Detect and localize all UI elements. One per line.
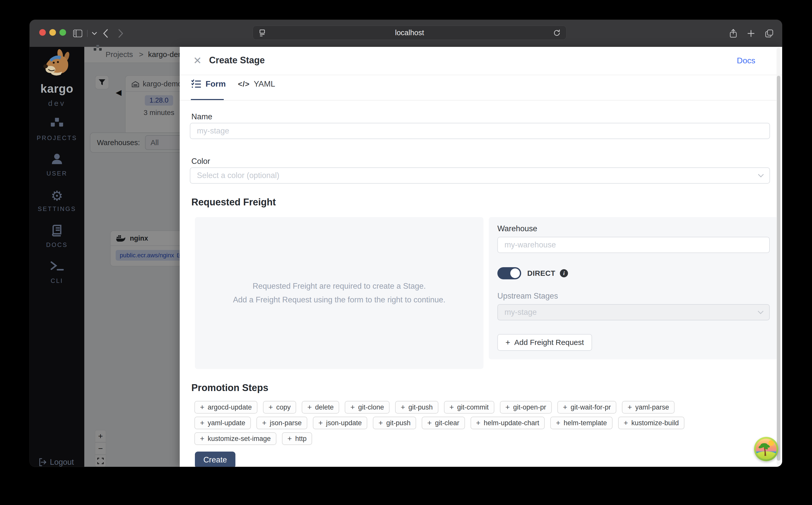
toggle-knob [510, 269, 520, 278]
modal-scrollbar[interactable] [777, 48, 781, 465]
direct-toggle[interactable] [497, 267, 521, 279]
modal-title: Create Stage [209, 55, 265, 65]
step-chip-json-update[interactable]: +json-update [313, 416, 367, 429]
plus-icon: + [200, 418, 205, 427]
step-chip-argocd-update[interactable]: +argocd-update [194, 401, 257, 413]
page-settings-icon[interactable] [258, 26, 266, 40]
step-chip-git-clear[interactable]: +git-clear [422, 416, 465, 429]
terminal-icon [30, 260, 84, 276]
tabs-divider [180, 100, 777, 101]
step-chip-kustomize-build[interactable]: +kustomize-build [618, 416, 685, 429]
sidebar-item-docs[interactable]: DOCS [30, 224, 84, 248]
tab-yaml[interactable]: </> YAML [238, 79, 275, 89]
step-chip-helm-template[interactable]: +helm-template [550, 416, 612, 429]
empty-line-2: Add a Freight Request using the form to … [233, 295, 445, 304]
promotion-steps-row-3: +kustomize-set-image +http [194, 432, 312, 445]
step-chip-git-push-2[interactable]: +git-push [373, 416, 416, 429]
plus-icon: + [200, 403, 205, 411]
plus-icon: + [563, 403, 567, 411]
freight-request-form-panel: Warehouse my-warehouse DIRECT i Upstream… [489, 217, 778, 359]
plus-icon: + [427, 418, 432, 427]
chevron-down-icon [758, 172, 764, 178]
color-placeholder: Select a color (optional) [197, 171, 279, 180]
sidebar-item-cli[interactable]: CLI [30, 260, 84, 285]
plus-icon: + [200, 434, 205, 443]
sidebar-item-user[interactable]: USER [30, 153, 84, 177]
create-stage-modal: ✕ Create Stage Docs Form </> [180, 47, 782, 467]
sidebar-item-label: USER [30, 170, 84, 177]
step-chip-http[interactable]: +http [282, 432, 312, 445]
forward-icon[interactable] [113, 20, 128, 47]
tab-overview-icon[interactable] [762, 20, 776, 47]
sidebar-item-settings[interactable]: ⚙ SETTINGS [30, 188, 84, 212]
name-input[interactable]: my-stage [190, 123, 770, 139]
warehouse-placeholder: my-warehouse [505, 240, 556, 249]
plus-icon: + [318, 418, 323, 427]
upstream-stages-label: Upstream Stages [497, 292, 770, 301]
share-icon[interactable] [726, 20, 740, 47]
projects-cubes-icon [30, 117, 84, 133]
zoom-window-button[interactable] [59, 29, 66, 36]
sidebar: kargo dev PROJECTS USER ⚙ SETTINGS [30, 47, 84, 467]
step-chip-git-commit[interactable]: +git-commit [444, 401, 494, 413]
plus-icon: + [262, 418, 267, 427]
docs-link[interactable]: Docs [737, 56, 755, 65]
reload-icon[interactable] [553, 26, 561, 40]
logout-icon [39, 458, 46, 466]
color-select[interactable]: Select a color (optional) [190, 167, 770, 184]
step-chip-git-open-pr[interactable]: +git-open-pr [500, 401, 552, 413]
plus-icon: + [476, 418, 481, 427]
plus-icon: + [307, 403, 312, 411]
sidebar-item-label: SETTINGS [30, 205, 84, 212]
step-chip-helm-update-chart[interactable]: +helm-update-chart [471, 416, 545, 429]
sidebar-toggle-icon[interactable] [71, 20, 85, 47]
step-chip-yaml-parse[interactable]: +yaml-parse [622, 401, 674, 413]
plus-icon: + [506, 403, 510, 411]
close-window-button[interactable] [39, 29, 46, 36]
step-chip-git-clone[interactable]: +git-clone [345, 401, 389, 413]
screen: localhost [0, 0, 812, 505]
info-icon[interactable]: i [560, 269, 568, 277]
step-chip-copy[interactable]: +copy [263, 401, 296, 413]
modal-header: ✕ Create Stage Docs [180, 47, 782, 75]
logout-label: Logout [50, 458, 74, 467]
plus-icon: + [401, 403, 405, 411]
chevron-down-icon [758, 309, 764, 314]
warehouse-input[interactable]: my-warehouse [497, 237, 770, 253]
add-freight-request-button[interactable]: + Add Freight Request [497, 334, 592, 351]
new-tab-icon[interactable] [744, 20, 758, 47]
add-freight-request-label: Add Freight Request [514, 338, 584, 347]
sidebar-item-label: DOCS [30, 241, 84, 248]
warehouse-label: Warehouse [497, 224, 770, 233]
app-area: Projects > kargo-demo ◀ kargo-demo 1.28.… [30, 47, 782, 467]
plus-icon: + [269, 403, 273, 411]
name-label: Name [191, 112, 212, 121]
step-chip-git-wait-for-pr[interactable]: +git-wait-for-pr [557, 401, 617, 413]
step-chip-git-push[interactable]: +git-push [395, 401, 439, 413]
url-bar[interactable]: localhost [253, 26, 566, 40]
close-icon[interactable]: ✕ [191, 54, 204, 67]
scrollbar-thumb[interactable] [777, 76, 780, 461]
logout-button[interactable]: Logout [39, 458, 74, 467]
step-chip-json-parse[interactable]: +json-parse [256, 416, 307, 429]
step-chip-yaml-update[interactable]: +yaml-update [194, 416, 251, 429]
create-button[interactable]: Create [195, 452, 235, 467]
name-placeholder: my-stage [197, 126, 229, 136]
code-icon: </> [238, 80, 250, 89]
step-chip-kustomize-set-image[interactable]: +kustomize-set-image [194, 432, 276, 445]
empty-line-1: Requested Freight are required to create… [253, 282, 426, 291]
tropical-island-badge[interactable] [754, 437, 778, 461]
browser-titlebar: localhost [30, 20, 782, 47]
titlebar-divider [87, 30, 87, 37]
gear-icon: ⚙ [30, 188, 84, 204]
browser-window: localhost [30, 20, 782, 467]
plus-icon: + [627, 403, 632, 411]
promotion-steps-row-2: +yaml-update +json-parse +json-update +g… [194, 416, 685, 429]
tab-yaml-label: YAML [254, 79, 275, 89]
upstream-stages-select[interactable]: my-stage [497, 304, 770, 320]
user-icon [30, 153, 84, 168]
step-chip-delete[interactable]: +delete [302, 401, 339, 413]
minimize-window-button[interactable] [49, 29, 56, 36]
sidebar-item-projects[interactable]: PROJECTS [30, 117, 84, 142]
tab-form[interactable]: Form [191, 79, 226, 89]
